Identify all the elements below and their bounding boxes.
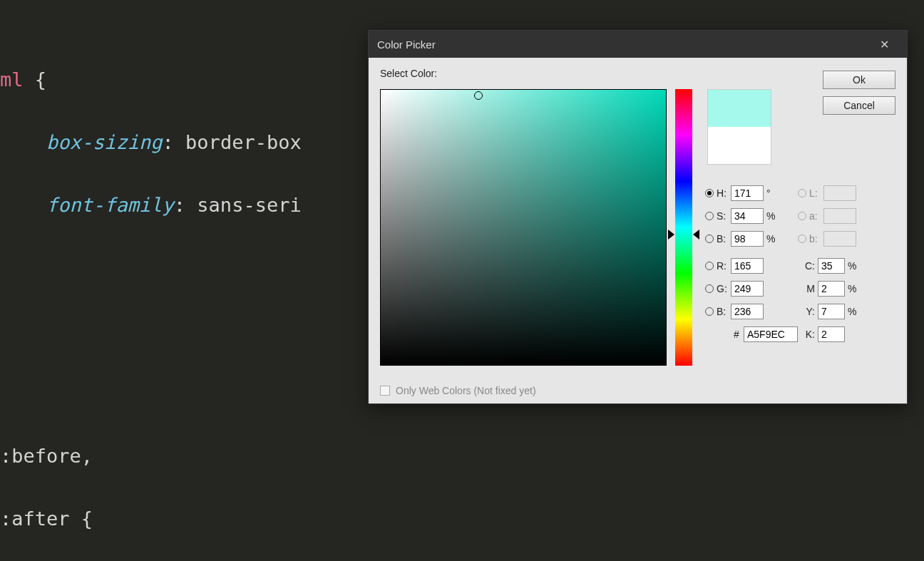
input-red[interactable] — [731, 258, 764, 274]
input-a[interactable] — [823, 208, 856, 224]
input-brightness[interactable] — [731, 231, 764, 247]
css-value: sans-seri — [197, 194, 301, 216]
dialog-titlebar[interactable]: Color Picker ✕ — [369, 31, 907, 58]
selector: :after — [0, 508, 70, 530]
dialog-body: Select Color: Ok Cancel H: ° — [369, 58, 907, 403]
css-value: border-box — [185, 131, 302, 153]
brace: { — [24, 68, 47, 91]
sv-marker[interactable] — [474, 91, 483, 100]
swatch-old-color — [708, 127, 771, 164]
radio-green[interactable] — [705, 284, 714, 293]
sv-gradient — [381, 90, 666, 365]
input-cyan[interactable] — [818, 258, 845, 274]
radio-l[interactable] — [798, 189, 806, 197]
radio-b-lab[interactable] — [798, 235, 806, 243]
radio-saturation[interactable] — [705, 212, 714, 220]
swatch-new-color — [708, 90, 771, 127]
label-y: Y: — [798, 306, 815, 317]
percent-symbol: % — [848, 260, 859, 272]
label-l: L: — [809, 187, 823, 199]
label-bv: B: — [717, 233, 731, 245]
input-green[interactable] — [731, 281, 764, 297]
input-yellow[interactable] — [818, 304, 845, 319]
input-magenta[interactable] — [818, 281, 845, 297]
radio-hue[interactable] — [705, 189, 714, 197]
input-hex[interactable] — [744, 326, 798, 342]
radio-a[interactable] — [798, 212, 806, 220]
web-colors-label: Only Web Colors (Not fixed yet) — [396, 385, 536, 396]
percent-symbol: % — [848, 306, 859, 317]
css-property: box-sizing — [46, 131, 163, 153]
input-b-lab[interactable] — [823, 231, 856, 247]
label-c: C: — [798, 260, 815, 272]
radio-brightness[interactable] — [705, 235, 714, 243]
label-b-lab: b: — [809, 233, 823, 245]
input-black[interactable] — [818, 326, 845, 342]
selector: ml — [0, 68, 24, 91]
color-picker-dialog: Color Picker ✕ Select Color: Ok Cancel H… — [368, 30, 908, 404]
percent-symbol: % — [848, 283, 859, 294]
label-r: R: — [717, 260, 731, 272]
input-blue[interactable] — [731, 304, 764, 319]
percent-symbol: % — [766, 210, 778, 222]
color-inputs: H: ° L: S: % a: — [705, 182, 894, 346]
selector: :before, — [0, 445, 93, 467]
label-g: G: — [717, 283, 731, 294]
label-b: B: — [717, 306, 731, 317]
input-l[interactable] — [823, 185, 856, 201]
web-colors-row: Only Web Colors (Not fixed yet) — [380, 385, 536, 396]
input-saturation[interactable] — [731, 208, 764, 224]
label-h: H: — [717, 187, 731, 199]
degree-symbol: ° — [766, 187, 778, 199]
close-icon[interactable]: ✕ — [870, 38, 898, 51]
input-hue[interactable] — [731, 185, 764, 201]
radio-blue[interactable] — [705, 307, 714, 316]
dialog-title: Color Picker — [377, 38, 870, 51]
label-m: M — [798, 283, 815, 294]
select-color-label: Select Color: — [380, 68, 895, 79]
hue-arrow-right-icon — [693, 230, 699, 240]
color-swatch — [707, 89, 771, 165]
ok-button[interactable]: Ok — [823, 71, 895, 89]
css-property: font-family — [46, 194, 174, 216]
saturation-value-field[interactable] — [380, 89, 667, 366]
radio-red[interactable] — [705, 262, 714, 270]
hue-slider[interactable] — [675, 89, 692, 366]
cancel-button[interactable]: Cancel — [823, 96, 895, 115]
hue-arrow-left-icon — [668, 230, 674, 240]
label-s: S: — [717, 210, 731, 222]
percent-symbol: % — [766, 233, 778, 245]
label-k: K: — [798, 329, 815, 340]
web-colors-checkbox[interactable] — [380, 386, 390, 396]
label-hash: # — [734, 329, 744, 340]
label-a: a: — [809, 210, 823, 222]
